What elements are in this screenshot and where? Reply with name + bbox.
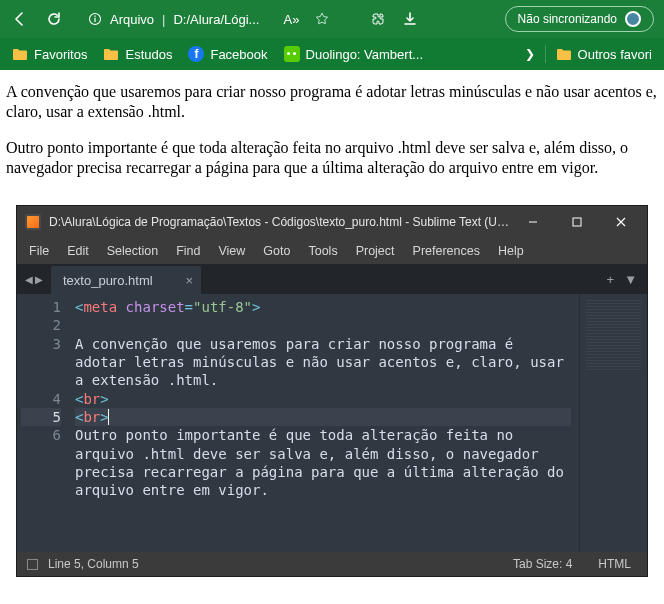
bookmark-label: Favoritos — [34, 47, 87, 62]
line-number: 2 — [21, 316, 61, 334]
menu-goto[interactable]: Goto — [255, 241, 298, 261]
menu-edit[interactable]: Edit — [59, 241, 97, 261]
avatar-icon — [625, 11, 641, 27]
code-area[interactable]: <meta charset="utf-8"> A convenção que u… — [75, 294, 579, 552]
status-syntax[interactable]: HTML — [592, 557, 637, 571]
line-number: 4 — [21, 390, 61, 408]
menu-file[interactable]: File — [21, 241, 57, 261]
browser-toolbar: Arquivo | D:/Alura/Lógi... A» Não sincro… — [0, 0, 664, 38]
downloads-button[interactable] — [401, 10, 419, 28]
svg-rect-1 — [94, 18, 95, 22]
window-title: D:\Alura\Lógica de Programação\Textos - … — [49, 215, 511, 229]
address-bar[interactable]: Arquivo | D:/Alura/Lógi... — [78, 5, 269, 33]
menu-find[interactable]: Find — [168, 241, 208, 261]
gutter: 1 2 3 4 5 6 — [17, 294, 75, 552]
menu-help[interactable]: Help — [490, 241, 532, 261]
sublime-logo-icon — [25, 214, 41, 230]
bookmark-label: Estudos — [125, 47, 172, 62]
svg-rect-2 — [94, 16, 95, 17]
minimap[interactable] — [579, 294, 647, 552]
tab-strip: ◀ ▶ texto_puro.html × + ▼ — [17, 264, 647, 294]
menu-tools[interactable]: Tools — [300, 241, 345, 261]
menu-project[interactable]: Project — [348, 241, 403, 261]
bookmark-other-favorites[interactable]: Outros favori — [556, 47, 652, 62]
separator — [545, 45, 546, 63]
info-icon — [88, 12, 102, 26]
bookmark-favoritos[interactable]: Favoritos — [12, 47, 87, 62]
extensions-button[interactable] — [369, 10, 387, 28]
bookmark-facebook[interactable]: Facebook — [188, 46, 267, 62]
refresh-button[interactable] — [44, 9, 64, 29]
tab-menu-button[interactable]: ▼ — [624, 272, 637, 287]
paragraph-1: A convenção que usaremos para criar noss… — [6, 82, 658, 122]
menu-bar: File Edit Selection Find View Goto Tools… — [17, 238, 647, 264]
line-number: 1 — [21, 298, 61, 316]
line-number: 5 — [21, 408, 61, 426]
folder-icon — [103, 48, 119, 61]
bookmarks-overflow-button[interactable]: ❯ — [525, 47, 535, 61]
line-number — [21, 463, 61, 481]
minimize-button[interactable] — [511, 206, 555, 238]
editor[interactable]: 1 2 3 4 5 6 <meta charset="utf-8"> A con… — [17, 294, 647, 552]
line-number: 3 — [21, 335, 61, 353]
sublime-title-bar[interactable]: D:\Alura\Lógica de Programação\Textos - … — [17, 206, 647, 238]
tab-texto-puro[interactable]: texto_puro.html × — [51, 266, 201, 294]
tab-history-nav[interactable]: ◀ ▶ — [17, 264, 51, 294]
line-number — [21, 371, 61, 389]
bookmark-duolingo[interactable]: Duolingo: Vambert... — [284, 46, 424, 62]
bookmarks-bar: Favoritos Estudos Facebook Duolingo: Vam… — [0, 38, 664, 70]
address-kind: Arquivo — [110, 12, 154, 27]
tab-close-icon[interactable]: × — [185, 273, 193, 288]
paragraph-2: Outro ponto importante é que toda altera… — [6, 138, 658, 178]
back-button[interactable] — [10, 9, 30, 29]
reader-mode-button[interactable]: A» — [283, 12, 299, 27]
sublime-window: D:\Alura\Lógica de Programação\Textos - … — [17, 206, 647, 576]
address-separator: | — [162, 12, 165, 27]
bookmark-estudos[interactable]: Estudos — [103, 47, 172, 62]
line-number — [21, 353, 61, 371]
status-bar: Line 5, Column 5 Tab Size: 4 HTML — [17, 552, 647, 576]
status-panel-button[interactable] — [27, 559, 38, 570]
bookmark-label: Duolingo: Vambert... — [306, 47, 424, 62]
sync-button[interactable]: Não sincronizando — [505, 6, 654, 32]
duolingo-icon — [284, 46, 300, 62]
menu-view[interactable]: View — [210, 241, 253, 261]
new-tab-button[interactable]: + — [607, 272, 615, 287]
line-number — [21, 481, 61, 499]
tab-label: texto_puro.html — [63, 273, 153, 288]
close-button[interactable] — [599, 206, 643, 238]
page-content: A convenção que usaremos para criar noss… — [0, 70, 664, 582]
address-path: D:/Alura/Lógi... — [173, 12, 259, 27]
favorite-button[interactable] — [313, 10, 331, 28]
status-position[interactable]: Line 5, Column 5 — [48, 557, 139, 571]
svg-rect-4 — [573, 218, 581, 226]
line-number: 6 — [21, 426, 61, 444]
status-tab-size[interactable]: Tab Size: 4 — [507, 557, 578, 571]
folder-icon — [556, 48, 572, 61]
bookmark-label: Outros favori — [578, 47, 652, 62]
menu-selection[interactable]: Selection — [99, 241, 166, 261]
sync-label: Não sincronizando — [518, 12, 617, 26]
facebook-icon — [188, 46, 204, 62]
line-number — [21, 445, 61, 463]
folder-icon — [12, 48, 28, 61]
bookmark-label: Facebook — [210, 47, 267, 62]
menu-preferences[interactable]: Preferences — [405, 241, 488, 261]
maximize-button[interactable] — [555, 206, 599, 238]
